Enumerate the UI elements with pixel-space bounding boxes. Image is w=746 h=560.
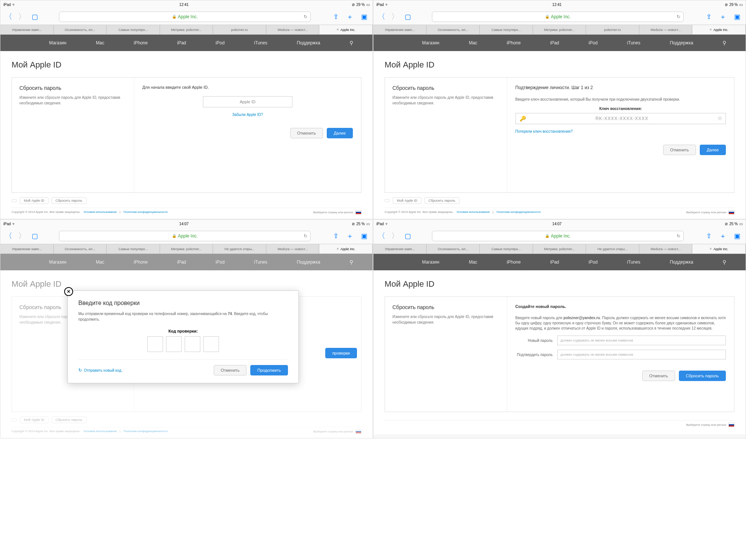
browser-tab[interactable]: Meduza — новост... [639,25,693,34]
share-icon[interactable]: ⇪ [705,13,713,21]
reload-icon[interactable]: ↻ [677,233,680,239]
tabs-icon[interactable]: ▣ [360,13,368,21]
search-icon[interactable]: ⚲ [723,259,726,265]
next-button[interactable]: Далее [327,128,353,138]
browser-tab[interactable]: Управление камп... [373,25,427,34]
code-digit-input[interactable] [147,336,163,352]
share-icon[interactable]: ⇪ [705,232,713,240]
browser-tab-active[interactable]: ✕Apple Inc. [319,25,373,34]
nav-iphone[interactable]: iPhone [134,40,148,45]
forward-button[interactable]: 〉 [391,231,399,241]
privacy-link[interactable]: Политика конфиденциальности [123,210,167,214]
appleid-input[interactable]: Apple ID [203,96,292,107]
browser-tab[interactable]: Управление камп... [0,25,54,34]
search-icon[interactable]: ⚲ [723,40,726,46]
continue-button[interactable]: Продолжить [250,365,288,375]
browser-tab[interactable]: Не удается откры... [213,244,266,254]
forgot-appleid-link[interactable]: Забыли Apple ID? [142,113,353,117]
browser-tab[interactable]: Самые популярн... [480,25,533,34]
terms-link[interactable]: Условия использования [84,210,117,214]
cancel-button[interactable]: Отменить [663,145,696,155]
browser-tab[interactable]: Самые популярн... [107,25,160,34]
reload-icon[interactable]: ↻ [677,14,680,19]
close-tab-icon[interactable]: ✕ [336,247,339,251]
code-digit-input[interactable] [185,336,200,352]
tabs-icon[interactable]: ▣ [360,232,368,240]
nav-itunes[interactable]: iTunes [254,40,267,45]
breadcrumb-item[interactable]: Сбросить пароль [51,197,87,204]
browser-tab[interactable]: Не удается откры... [586,244,639,254]
close-tab-icon[interactable]: ✕ [709,28,712,31]
new-tab-icon[interactable]: ＋ [346,12,354,21]
new-tab-icon[interactable]: ＋ [719,232,727,240]
address-bar[interactable]: 🔒 Apple Inc. ↻ [59,12,311,22]
nav-store[interactable]: Магазин [49,40,66,45]
bookmarks-icon[interactable]: ▢ [405,232,411,240]
nav-support[interactable]: Поддержка [297,40,320,45]
browser-tab[interactable]: Управление камп... [0,244,54,254]
forward-button[interactable]: 〉 [18,12,26,22]
flag-icon[interactable] [355,210,361,214]
back-button[interactable]: 〈 [5,12,12,22]
resend-code-link[interactable]: ↻ Отправить новый код. [78,368,122,373]
breadcrumb-home-icon[interactable] [385,199,390,202]
recovery-key-input[interactable]: 🔑 RK-XXXX-XXXX-XXXX ⓧ [515,113,726,124]
browser-tab[interactable]: Управление камп... [373,244,427,254]
lost-recovery-key-link[interactable]: Потеряли ключ восстановления? [515,129,726,133]
browser-tab[interactable]: Meduza — новост... [266,244,320,254]
breadcrumb-item[interactable]: Мой Apple ID [20,197,48,204]
new-tab-icon[interactable]: ＋ [346,232,354,240]
bookmarks-icon[interactable]: ▢ [32,13,38,21]
flag-icon[interactable] [728,210,734,214]
flag-icon[interactable] [355,430,361,434]
back-button[interactable]: 〈 [378,12,385,22]
clear-icon[interactable]: ⓧ [718,116,722,121]
share-icon[interactable]: ⇪ [332,232,340,240]
confirm-password-input[interactable]: должен содержать не менее восьми символо… [557,350,726,359]
browser-tab[interactable]: Meduza — новост... [266,25,320,34]
search-icon[interactable]: ⚲ [350,259,353,265]
cancel-button[interactable]: Отменить [642,371,675,381]
code-digit-input[interactable] [166,336,182,352]
nav-ipod[interactable]: iPod [216,40,225,45]
browser-tab[interactable]: Осознанность, ил... [54,244,107,254]
browser-tab[interactable]: Самые популярн... [107,244,160,254]
forward-button[interactable]: 〉 [18,231,26,241]
close-modal-button[interactable]: ✕ [64,287,73,296]
cancel-button[interactable]: Отменить [214,365,247,375]
nav-ipad[interactable]: iPad [177,40,186,45]
browser-tab[interactable]: Осознанность, ил... [427,25,480,34]
new-password-input[interactable]: должен содержать не менее восьми символо… [557,336,726,345]
address-bar[interactable]: 🔒 Apple Inc. ↻ [59,231,311,241]
browser-tab[interactable]: Осознанность, ил... [427,244,480,254]
breadcrumb-home-icon[interactable] [12,199,17,202]
address-bar[interactable]: 🔒 Apple Inc. ↻ [432,231,684,241]
forward-button[interactable]: 〉 [391,12,399,22]
browser-tab[interactable]: Метрика: polezner... [533,25,586,34]
region-link[interactable]: Выберите страну или регион [313,211,353,214]
browser-tab[interactable]: polezner.ru [213,25,266,34]
browser-tab[interactable]: Метрика: polezner... [160,25,213,34]
address-bar[interactable]: 🔒 Apple Inc. ↻ [432,12,684,22]
back-button[interactable]: 〈 [378,231,385,241]
close-tab-icon[interactable]: ✕ [709,247,712,251]
flag-icon[interactable] [728,423,734,427]
tabs-icon[interactable]: ▣ [733,13,741,21]
browser-tab[interactable]: polezner.ru [586,25,639,34]
browser-tab-active[interactable]: ✕Apple Inc. [692,244,746,254]
bookmarks-icon[interactable]: ▢ [405,13,411,21]
code-digit-input[interactable] [203,336,219,352]
next-button[interactable]: Далее [700,145,726,155]
nav-mac[interactable]: Mac [96,40,104,45]
tabs-icon[interactable]: ▣ [733,232,741,240]
back-button[interactable]: 〈 [5,231,12,241]
bookmarks-icon[interactable]: ▢ [32,232,38,240]
reload-icon[interactable]: ↻ [304,14,307,19]
browser-tab-active[interactable]: ✕Apple Inc. [319,244,373,254]
reload-icon[interactable]: ↻ [304,233,307,239]
browser-tab-active[interactable]: ✕Apple Inc. [692,25,746,34]
browser-tab[interactable]: Meduza — новост... [639,244,693,254]
new-tab-icon[interactable]: ＋ [719,12,727,21]
close-tab-icon[interactable]: ✕ [336,28,339,31]
browser-tab[interactable]: Метрика: polezner... [533,244,586,254]
